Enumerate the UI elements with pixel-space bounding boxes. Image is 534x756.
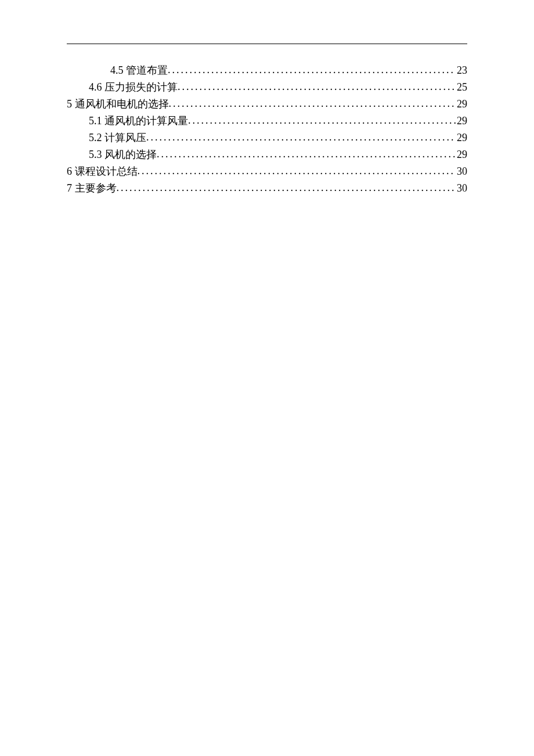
- toc-leader-dots: [146, 129, 456, 145]
- toc-entry-label: 4.6 压力损失的计算: [89, 80, 178, 95]
- toc-entry-page: 29: [456, 130, 467, 146]
- toc-leader-dots: [188, 113, 456, 128]
- toc-entry-label: 7 主要参考: [67, 181, 117, 196]
- toc-entry: 5.2 计算风压29: [67, 130, 467, 146]
- toc-leader-dots: [169, 96, 456, 111]
- toc-entry-label: 6 课程设计总结: [67, 164, 138, 179]
- toc-entry-page: 25: [456, 80, 467, 95]
- toc-entry-page: 30: [456, 164, 467, 179]
- toc-leader-dots: [157, 146, 456, 162]
- toc-leader-dots: [178, 79, 456, 95]
- toc-entry-label: 4.5 管道布置: [110, 63, 168, 78]
- toc-entry: 5.3 风机的选择29: [67, 147, 467, 163]
- toc-entry-page: 29: [456, 96, 467, 112]
- toc-leader-dots: [117, 180, 456, 196]
- toc-entry-label: 5.1 通风机的计算风量: [89, 113, 188, 129]
- toc-entry: 6 课程设计总结30: [67, 164, 467, 179]
- toc-entry-page: 23: [456, 63, 467, 78]
- toc-entry-label: 5.2 计算风压: [89, 130, 146, 146]
- toc-entry-page: 29: [456, 147, 467, 163]
- document-page: 4.5 管道布置234.6 压力损失的计算255 通风机和电机的选择295.1 …: [0, 0, 534, 196]
- toc-entry-page: 29: [456, 113, 467, 129]
- header-divider: [67, 44, 467, 44]
- toc-entry: 4.5 管道布置23: [67, 63, 467, 78]
- toc-entry: 4.6 压力损失的计算25: [67, 80, 467, 95]
- toc-entry: 7 主要参考30: [67, 181, 467, 196]
- toc-leader-dots: [138, 163, 456, 179]
- toc-entry: 5 通风机和电机的选择29: [67, 96, 467, 112]
- toc-entry-label: 5 通风机和电机的选择: [67, 96, 169, 112]
- toc-entry: 5.1 通风机的计算风量29: [67, 113, 467, 129]
- toc-entry-page: 30: [456, 181, 467, 196]
- toc-leader-dots: [168, 62, 456, 78]
- toc-entry-label: 5.3 风机的选择: [89, 147, 157, 163]
- table-of-contents: 4.5 管道布置234.6 压力损失的计算255 通风机和电机的选择295.1 …: [67, 63, 467, 196]
